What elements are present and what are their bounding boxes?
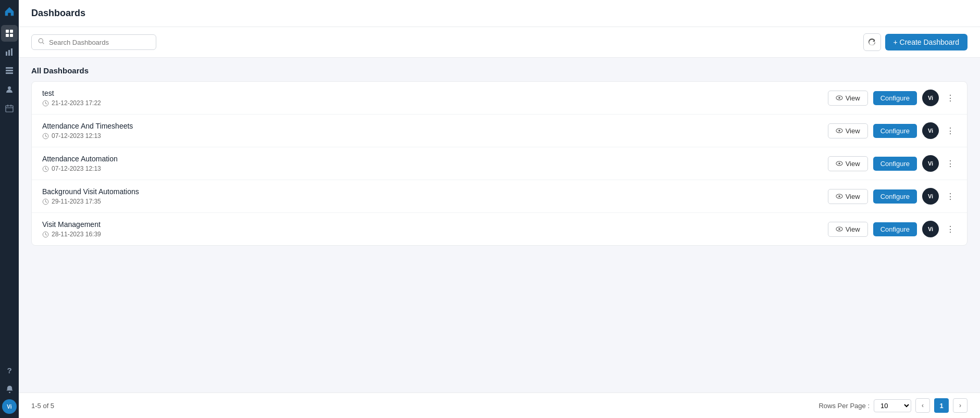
user-avatar: Vi (922, 188, 939, 205)
prev-page-button[interactable]: ‹ (915, 398, 930, 413)
refresh-button[interactable] (863, 33, 881, 51)
dashboard-row: Attendance Automation 07-12-2023 12:13 (32, 147, 967, 180)
dashboard-timestamp: 07-12-2023 12:13 (42, 132, 133, 140)
dashboard-name: Visit Management (42, 220, 101, 229)
svg-line-17 (43, 43, 44, 44)
more-options-button[interactable]: ⋮ (944, 124, 957, 138)
page-title: Dashboards (31, 8, 85, 19)
rows-per-page-select[interactable]: 102550100 (874, 399, 911, 412)
dashboard-info: test 21-12-2023 17:22 (42, 89, 101, 107)
svg-point-15 (9, 391, 10, 392)
svg-rect-0 (6, 30, 9, 33)
dashboard-info: Visit Management 28-11-2023 16:39 (42, 220, 101, 238)
svg-rect-9 (6, 72, 13, 74)
configure-button[interactable]: Configure (873, 157, 917, 171)
dashboard-info: Attendance Automation 07-12-2023 12:13 (42, 155, 118, 172)
dashboard-name: test (42, 89, 101, 97)
dashboard-info: Background Visit Automations 29-11-2023 … (42, 187, 139, 205)
configure-button[interactable]: Configure (873, 189, 917, 204)
dashboard-timestamp: 21-12-2023 17:22 (42, 99, 101, 107)
dashboard-timestamp: 29-11-2023 17:35 (42, 198, 139, 205)
search-input[interactable] (49, 39, 150, 46)
sidebar-item-dashboard[interactable] (1, 25, 18, 42)
svg-point-10 (8, 86, 11, 90)
content-area: All Dashboards test 21-12-2023 17:22 (19, 58, 980, 392)
more-options-button[interactable]: ⋮ (944, 91, 957, 105)
dashboard-actions: View Configure Vi ⋮ (828, 122, 957, 139)
current-page: 1 (934, 398, 949, 413)
dashboard-actions: View Configure Vi ⋮ (828, 221, 957, 237)
more-options-button[interactable]: ⋮ (944, 189, 957, 204)
svg-point-27 (838, 130, 840, 132)
view-button[interactable]: View (828, 222, 868, 237)
rows-per-page-label: Rows Per Page : (818, 402, 870, 410)
sidebar-item-users[interactable] (1, 81, 18, 98)
main-content: Dashboards + Create Dashboard All Dashbo… (19, 0, 980, 418)
dashboard-list: test 21-12-2023 17:22 View (31, 81, 967, 246)
svg-point-16 (39, 39, 43, 43)
sidebar: ? Vi (0, 0, 19, 418)
svg-rect-1 (10, 30, 13, 33)
user-avatar: Vi (922, 221, 939, 237)
toolbar-actions: + Create Dashboard (863, 33, 967, 51)
user-avatar: Vi (922, 155, 939, 172)
user-avatar: Vi (922, 90, 939, 106)
toolbar: + Create Dashboard (19, 27, 980, 58)
svg-line-40 (46, 234, 47, 235)
svg-rect-6 (11, 48, 13, 56)
dashboard-row: test 21-12-2023 17:22 View (32, 82, 967, 115)
user-avatar: Vi (922, 122, 939, 139)
configure-button[interactable]: Configure (873, 91, 917, 105)
dashboard-name: Background Visit Automations (42, 187, 139, 196)
svg-line-25 (46, 136, 47, 137)
sidebar-item-tables[interactable] (1, 62, 18, 79)
create-dashboard-button[interactable]: + Create Dashboard (885, 34, 967, 50)
svg-point-37 (838, 195, 840, 197)
svg-rect-8 (6, 70, 13, 71)
dashboard-actions: View Configure Vi ⋮ (828, 188, 957, 205)
more-options-button[interactable]: ⋮ (944, 222, 957, 236)
dashboard-timestamp: 07-12-2023 12:13 (42, 165, 118, 172)
svg-line-35 (46, 201, 47, 202)
topbar: Dashboards (19, 0, 980, 27)
dashboard-info: Attendance And Timesheets 07-12-2023 12:… (42, 122, 133, 140)
view-button[interactable]: View (828, 123, 868, 138)
dashboard-timestamp: 28-11-2023 16:39 (42, 231, 101, 238)
dashboard-name: Attendance Automation (42, 155, 118, 163)
view-button[interactable]: View (828, 156, 868, 171)
dashboard-name: Attendance And Timesheets (42, 122, 133, 130)
svg-point-22 (838, 97, 840, 99)
search-box[interactable] (31, 34, 156, 50)
svg-line-20 (46, 103, 47, 104)
svg-point-32 (838, 162, 840, 164)
sidebar-item-charts[interactable] (1, 44, 18, 60)
configure-button[interactable]: Configure (873, 124, 917, 138)
svg-rect-5 (8, 50, 10, 56)
svg-rect-11 (6, 106, 13, 112)
view-button[interactable]: View (828, 91, 868, 106)
svg-rect-7 (6, 67, 13, 69)
section-title: All Dashboards (31, 58, 967, 81)
sidebar-item-notifications[interactable] (1, 381, 18, 397)
configure-button[interactable]: Configure (873, 222, 917, 236)
app-logo (2, 4, 17, 19)
count-label: 1-5 of 5 (31, 402, 54, 410)
sidebar-item-calendar[interactable] (1, 100, 18, 117)
sidebar-bottom: ? Vi (1, 362, 18, 414)
svg-rect-4 (6, 52, 7, 56)
dashboard-actions: View Configure Vi ⋮ (828, 155, 957, 172)
sidebar-item-help[interactable]: ? (1, 362, 18, 378)
footer: 1-5 of 5 Rows Per Page : 102550100 ‹ 1 › (19, 392, 980, 418)
view-button[interactable]: View (828, 189, 868, 204)
dashboard-row: Visit Management 28-11-2023 16:39 (32, 213, 967, 245)
rows-per-page: Rows Per Page : 102550100 (818, 399, 911, 412)
next-page-button[interactable]: › (953, 398, 967, 413)
more-options-button[interactable]: ⋮ (944, 157, 957, 171)
dashboard-row: Background Visit Automations 29-11-2023 … (32, 180, 967, 213)
dashboard-row: Attendance And Timesheets 07-12-2023 12:… (32, 115, 967, 147)
user-avatar-small[interactable]: Vi (2, 399, 17, 414)
search-icon (38, 38, 45, 46)
svg-point-42 (838, 228, 840, 230)
svg-line-30 (46, 169, 47, 170)
svg-rect-2 (6, 34, 9, 37)
